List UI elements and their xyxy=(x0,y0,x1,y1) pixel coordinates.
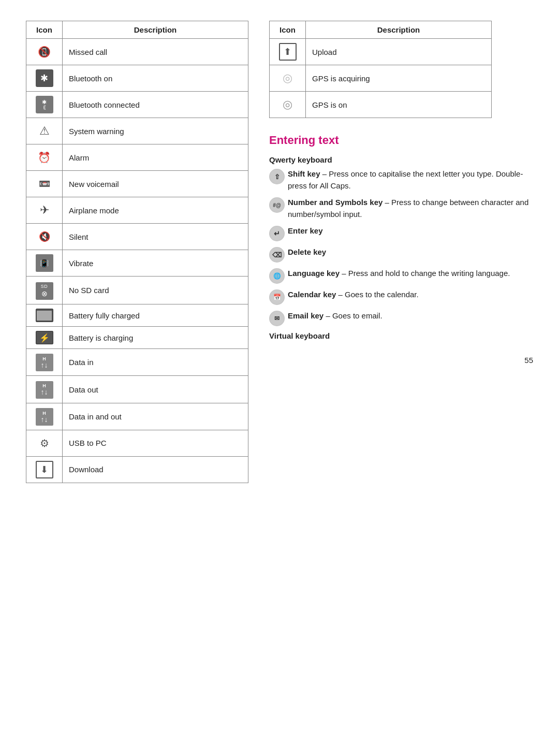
usb-to-pc-desc: USB to PC xyxy=(63,430,248,456)
vibrate-icon: 📳 xyxy=(36,254,53,272)
delete-key-desc: Delete key xyxy=(288,246,533,258)
table-row: ⚠ System warning xyxy=(26,118,248,144)
missed-call-icon: 📵 xyxy=(36,43,53,61)
delete-key-entry: ⌫ Delete key xyxy=(269,246,533,263)
alarm-desc: Alarm xyxy=(63,144,248,171)
download-desc: Download xyxy=(63,456,248,483)
table-row: ✱ (( Bluetooth connected xyxy=(26,92,248,118)
gps-acquiring-icon: ◎ xyxy=(279,69,297,87)
email-key-icon: ✉ xyxy=(269,311,285,326)
no-sd-card-icon: SD ⊗ xyxy=(36,282,53,300)
language-key-icon: 🌐 xyxy=(269,268,285,284)
alarm-icon: ⏰ xyxy=(36,149,53,166)
enter-key-entry: ↵ Enter key xyxy=(269,225,533,241)
battery-charging-desc: Battery is charging xyxy=(63,327,248,349)
table-row: ◎ GPS is acquiring xyxy=(270,65,492,92)
voicemail-icon: 📼 xyxy=(36,175,53,193)
table-row: ⚡ Battery is charging xyxy=(26,327,248,349)
table-row: 🔇 Silent xyxy=(26,224,248,250)
airplane-icon: ✈ xyxy=(36,201,53,219)
battery-charging-icon: ⚡ xyxy=(36,331,53,344)
table-row: 📵 Missed call xyxy=(26,39,248,65)
left-icon-table: Icon Description 📵 Missed call ✱ xyxy=(26,21,248,483)
page-number: 55 xyxy=(269,356,533,365)
num-sym-key-desc: Number and Symbols key – Press to change… xyxy=(288,197,533,220)
vibrate-desc: Vibrate xyxy=(63,250,248,277)
delete-key-icon: ⌫ xyxy=(269,247,285,263)
calendar-key-desc: Calendar key – Goes to the calendar. xyxy=(288,289,533,301)
num-sym-key-entry: #@ Number and Symbols key – Press to cha… xyxy=(269,197,533,220)
table-row: ✱ Bluetooth on xyxy=(26,65,248,92)
enter-key-desc: Enter key xyxy=(288,225,533,237)
battery-full-desc: Battery fully charged xyxy=(63,304,248,327)
table-row: H ↑↓ Data in xyxy=(26,349,248,376)
right-table-desc-header: Description xyxy=(306,21,492,39)
data-in-desc: Data in xyxy=(63,349,248,376)
left-column: Icon Description 📵 Missed call ✱ xyxy=(26,21,248,483)
table-row: 📳 Vibrate xyxy=(26,250,248,277)
table-row: ⏰ Alarm xyxy=(26,144,248,171)
bluetooth-connected-desc: Bluetooth connected xyxy=(63,92,248,118)
calendar-key-entry: 📅 Calendar key – Goes to the calendar. xyxy=(269,289,533,305)
table-row: ◎ GPS is on xyxy=(270,92,492,118)
bluetooth-on-desc: Bluetooth on xyxy=(63,65,248,92)
upload-desc: Upload xyxy=(306,39,492,65)
data-in-out-icon: H ↑↓ xyxy=(36,408,53,426)
enter-key-icon: ↵ xyxy=(269,226,285,241)
language-key-entry: 🌐 Language key – Press and hold to chang… xyxy=(269,268,533,284)
data-in-icon: H ↑↓ xyxy=(36,354,53,371)
table-row: 📼 New voicemail xyxy=(26,171,248,197)
voicemail-desc: New voicemail xyxy=(63,171,248,197)
system-warning-icon: ⚠ xyxy=(36,122,53,140)
calendar-key-icon: 📅 xyxy=(269,289,285,305)
silent-icon: 🔇 xyxy=(36,228,53,245)
shift-key-entry: ⇧ Shift key – Press once to capitalise t… xyxy=(269,168,533,192)
bluetooth-on-icon: ✱ xyxy=(36,69,53,87)
num-sym-key-icon: #@ xyxy=(269,197,285,213)
shift-key-desc: Shift key – Press once to capitalise the… xyxy=(288,168,533,192)
table-row: ⬆ Upload xyxy=(270,39,492,65)
no-sd-card-desc: No SD card xyxy=(63,277,248,304)
language-key-desc: Language key – Press and hold to change … xyxy=(288,268,533,280)
upload-icon: ⬆ xyxy=(279,43,297,61)
left-table-icon-header: Icon xyxy=(26,21,63,39)
page-layout: Icon Description 📵 Missed call ✱ xyxy=(26,21,533,483)
missed-call-desc: Missed call xyxy=(63,39,248,65)
shift-key-icon: ⇧ xyxy=(269,169,285,184)
airplane-desc: Airplane mode xyxy=(63,197,248,224)
data-out-desc: Data out xyxy=(63,376,248,403)
left-table-desc-header: Description xyxy=(63,21,248,39)
data-out-icon: H ↑↓ xyxy=(36,381,53,399)
entering-text-title: Entering text xyxy=(269,134,533,147)
table-row: ✈ Airplane mode xyxy=(26,197,248,224)
table-row: SD ⊗ No SD card xyxy=(26,277,248,304)
right-column: Icon Description ⬆ Upload ◎ GPS is xyxy=(269,21,533,365)
system-warning-desc: System warning xyxy=(63,118,248,144)
table-row: Battery fully charged xyxy=(26,304,248,327)
qwerty-keyboard-title: Qwerty keyboard xyxy=(269,155,533,164)
right-icon-table: Icon Description ⬆ Upload ◎ GPS is xyxy=(269,21,492,118)
email-key-desc: Email key – Goes to email. xyxy=(288,310,533,322)
table-row: H ↑↓ Data out xyxy=(26,376,248,403)
entering-text-section: Entering text Qwerty keyboard ⇧ Shift ke… xyxy=(269,134,533,340)
virtual-keyboard-title: Virtual keyboard xyxy=(269,331,533,340)
email-key-entry: ✉ Email key – Goes to email. xyxy=(269,310,533,326)
download-icon: ⬇ xyxy=(36,461,53,478)
table-row: ⚙ USB to PC xyxy=(26,430,248,456)
right-table-icon-header: Icon xyxy=(270,21,306,39)
silent-desc: Silent xyxy=(63,224,248,250)
usb-icon: ⚙ xyxy=(36,434,53,452)
bluetooth-connected-icon: ✱ (( xyxy=(36,96,53,113)
table-row: H ↑↓ Data in and out xyxy=(26,403,248,430)
gps-on-icon: ◎ xyxy=(279,96,297,113)
gps-on-desc: GPS is on xyxy=(306,92,492,118)
table-row: ⬇ Download xyxy=(26,456,248,483)
gps-acquiring-desc: GPS is acquiring xyxy=(306,65,492,92)
data-in-out-desc: Data in and out xyxy=(63,403,248,430)
battery-full-icon xyxy=(36,309,53,322)
